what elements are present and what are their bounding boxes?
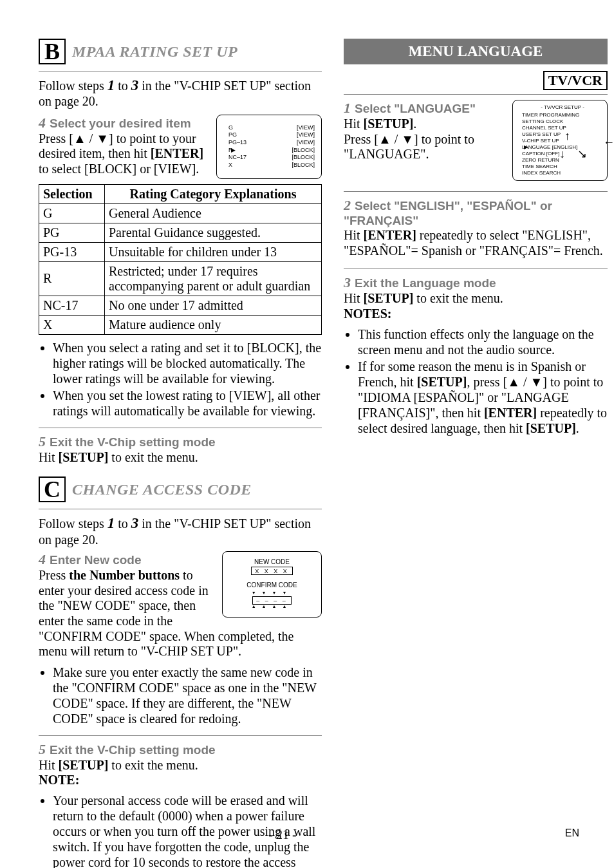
step-4c-block: NEW CODE X X X X CONFIRM CODE ▼▼▼▼ – – –… <box>39 551 322 659</box>
osd-value: [BLOCK] <box>292 154 315 162</box>
osd-label: NC–17 <box>228 154 247 162</box>
th-explanation: Rating Category Explanations <box>105 184 322 203</box>
td-sel: G <box>39 203 105 223</box>
td-exp: General Audience <box>105 203 322 223</box>
step-num: 3 <box>344 274 351 290</box>
intro-c: Follow steps 1 to 3 in the "V-CHIP SET U… <box>39 514 322 547</box>
step-caption: Exit the V-Chip setting mode <box>50 743 216 757</box>
key-enter: [ENTER] <box>364 228 416 242</box>
step-5b-caption: 5 Exit the V-Chip setting mode <box>39 433 322 450</box>
key-enter: [ENTER] <box>151 146 203 160</box>
osd-item: INDEX SEARCH <box>522 170 603 176</box>
osd-title: - TV/VCR SETUP - <box>522 104 603 111</box>
osd-label: G <box>228 124 233 132</box>
step-4b-block: G[VIEW] PG[VIEW] PG–13[VIEW] ▶R[BLOCK] N… <box>39 115 322 179</box>
list-item: This function effects only the language … <box>358 326 608 357</box>
step-caption: Select "LANGUAGE" <box>355 102 476 115</box>
osd-label: X <box>228 162 232 169</box>
osd-item: USER'S SET UP <box>522 131 603 138</box>
step-2-caption: 2 Select "ENGLISH", "ESPAÑOL" or "FRANÇA… <box>344 197 608 228</box>
step-num: 5 <box>39 433 46 449</box>
osd-item: V-CHIP SET UP <box>522 138 603 144</box>
key-setup: [SETUP] <box>59 758 109 772</box>
arrow-icon: ← <box>603 139 614 146</box>
step-1-block: - TV/VCR SETUP - TIMER PROGRAMMING SETTI… <box>344 100 608 181</box>
caret-right-icon: ▶ <box>524 144 528 151</box>
step-num: 4 <box>39 115 46 131</box>
intro-b: Follow steps 1 to 3 in the "V-CHIP SET U… <box>39 77 322 109</box>
section-c-header: C CHANGE ACCESS CODE <box>39 476 322 502</box>
osd-new-code-value: X X X X <box>251 567 293 575</box>
step-2-body: Hit [ENTER] repeatedly to select "ENGLIS… <box>344 228 608 258</box>
key-setup: [SETUP] <box>526 421 576 435</box>
tick-icon: ▼▼▼▼ <box>227 591 317 595</box>
osd-item: CHANNEL SET UP <box>522 125 603 131</box>
divider <box>39 71 322 71</box>
osd-confirm-code-label: CONFIRM CODE <box>227 581 317 589</box>
tvvcr-badge: TV/VCR <box>543 71 608 90</box>
table-row: PGParental Guidance suggested. <box>39 223 322 242</box>
text: Press [▲ / ▼] to point to "LANGUAGE". <box>344 132 474 162</box>
arrow-icon: ↓ <box>559 151 565 158</box>
key-setup: [SETUP] <box>59 450 109 464</box>
text: to exit the menu. <box>108 450 198 464</box>
step-3-body: Hit [SETUP] to exit the menu. <box>344 291 608 307</box>
text: . <box>413 117 416 131</box>
divider <box>39 509 322 509</box>
page-number: - 21 - <box>268 827 296 842</box>
notes-bullets: This function effects only the language … <box>344 326 608 436</box>
osd-access-code: NEW CODE X X X X CONFIRM CODE ▼▼▼▼ – – –… <box>222 551 322 618</box>
td-exp: Unsuitable for children under 13 <box>105 242 322 261</box>
td-sel: X <box>39 315 105 334</box>
mpaa-ratings-table: Selection Rating Category Explanations G… <box>39 184 322 335</box>
osd-item: TIME SEARCH <box>522 164 603 170</box>
osd-value: [BLOCK] <box>292 162 315 169</box>
text: Hit <box>39 758 59 772</box>
step-3-caption: 3 Exit the Language mode <box>344 274 608 291</box>
td-sel: PG <box>39 223 105 242</box>
step-5c-body: Hit [SETUP] to exit the menu. <box>39 758 322 773</box>
step-caption: Select your desired item <box>50 117 191 130</box>
osd-confirm-code-value: – – – – <box>252 596 292 605</box>
osd-tvvcr-setup-menu: - TV/VCR SETUP - TIMER PROGRAMMING SETTI… <box>512 100 608 181</box>
list-item: If for some reason the menu is in Spanis… <box>358 359 608 436</box>
td-exp: Restricted; under 17 requires accompanyi… <box>105 261 322 296</box>
list-item: When you set the lowest rating to [VIEW]… <box>53 388 322 419</box>
text: to select [BLOCK] or [VIEW]. <box>39 162 199 176</box>
osd-value: [VIEW] <box>297 131 315 139</box>
left-column: B MPAA RATING SET UP Follow steps 1 to 3… <box>39 39 322 868</box>
notes-heading: NOTES: <box>344 307 608 321</box>
osd-value: [VIEW] <box>297 124 315 132</box>
step-num: 2 <box>344 197 351 213</box>
step-5b-body: Hit [SETUP] to exit the menu. <box>39 450 322 466</box>
th-selection: Selection <box>39 184 105 203</box>
key-setup: [SETUP] <box>364 117 414 131</box>
bullets-c: Make sure you enter exactly the same new… <box>39 665 322 726</box>
osd-value: [VIEW] <box>297 139 315 147</box>
divider <box>344 94 608 95</box>
text: Hit <box>344 228 364 242</box>
table-row: XMature audience only <box>39 315 322 334</box>
step-num: 1 <box>344 100 351 116</box>
arrow-icon: ↘ <box>577 151 587 158</box>
section-b-letter: B <box>39 39 66 64</box>
menu-language-title: MENU LANGUAGE <box>344 39 608 64</box>
key-enter: [ENTER] <box>484 406 537 420</box>
text: . <box>576 421 579 435</box>
section-b-title: MPAA RATING SET UP <box>72 43 237 61</box>
text: Hit <box>344 117 364 131</box>
td-sel: PG-13 <box>39 242 105 261</box>
list-item: Make sure you enter exactly the same new… <box>53 665 322 726</box>
section-b-header: B MPAA RATING SET UP <box>39 39 322 64</box>
step-caption: Enter New code <box>50 553 142 567</box>
step-num: 4 <box>39 551 46 567</box>
osd-mpaa-ratings: G[VIEW] PG[VIEW] PG–13[VIEW] ▶R[BLOCK] N… <box>216 115 322 179</box>
divider <box>39 428 322 428</box>
key-setup: [SETUP] <box>417 375 467 389</box>
section-c-letter: C <box>39 476 66 502</box>
lang-code: EN <box>565 827 579 842</box>
osd-label: PG–13 <box>228 139 247 147</box>
td-exp: Mature audience only <box>105 315 322 334</box>
table-row: PG-13Unsuitable for children under 13 <box>39 242 322 261</box>
step-caption: Select "ENGLISH", "ESPAÑOL" or "FRANÇAIS… <box>344 199 552 227</box>
